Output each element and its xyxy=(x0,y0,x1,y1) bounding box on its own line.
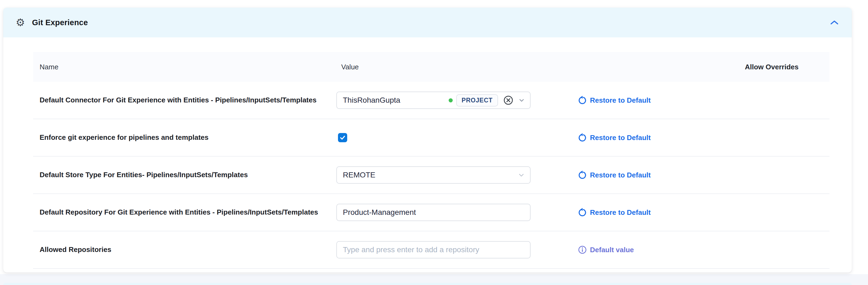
default-connector-combobox[interactable]: ThisRohanGupta PROJECT xyxy=(336,92,531,109)
connector-value: ThisRohanGupta xyxy=(343,96,400,105)
table-row: Default Repository For Git Experience wi… xyxy=(33,194,830,231)
restore-icon xyxy=(578,96,587,105)
restore-to-default-button[interactable]: Restore to Default xyxy=(578,170,651,180)
circle-x-icon[interactable] xyxy=(503,95,514,106)
restore-to-default-button[interactable]: Restore to Default xyxy=(578,96,651,105)
chevron-up-icon[interactable] xyxy=(830,20,839,25)
column-header-allow-overrides: Allow Overrides xyxy=(714,63,830,71)
gear-icon: ⚙ xyxy=(16,17,25,28)
table-header-row: Name Value Allow Overrides xyxy=(33,52,830,82)
restore-icon xyxy=(578,208,587,217)
setting-name-label: Default Repository For Git Experience wi… xyxy=(33,208,332,217)
table-row: Enforce git experience for pipelines and… xyxy=(33,119,830,156)
chevron-down-icon xyxy=(518,171,525,179)
checkmark-icon xyxy=(339,134,346,141)
setting-name-label: Default Store Type For Entities- Pipelin… xyxy=(33,170,332,180)
column-header-value: Value xyxy=(332,63,573,71)
restore-icon xyxy=(578,170,587,180)
chevron-down-icon[interactable] xyxy=(518,97,525,104)
enforce-git-experience-checkbox[interactable] xyxy=(338,133,347,142)
scope-badge: PROJECT xyxy=(456,94,498,106)
default-repository-input[interactable] xyxy=(336,204,531,221)
info-icon xyxy=(578,245,587,254)
column-header-name: Name xyxy=(33,63,332,71)
settings-table: Name Value Allow Overrides Default Conne… xyxy=(33,52,830,269)
setting-name-label: Enforce git experience for pipelines and… xyxy=(33,133,332,142)
table-row: Default Connector For Git Experience wit… xyxy=(33,82,830,119)
restore-icon xyxy=(578,133,587,142)
table-row: Allowed Repositories Default value xyxy=(33,231,830,269)
restore-to-default-button[interactable]: Restore to Default xyxy=(578,208,651,217)
connector-status-dot xyxy=(448,98,453,102)
git-experience-accordion-header[interactable]: ⚙ Git Experience xyxy=(3,8,852,37)
store-type-value: REMOTE xyxy=(343,171,375,179)
setting-name-label: Default Connector For Git Experience wit… xyxy=(33,95,332,105)
git-experience-settings-panel: ⚙ Git Experience Name Value Allow Overri… xyxy=(3,8,852,273)
table-row: Default Store Type For Entities- Pipelin… xyxy=(33,156,830,194)
default-value-indicator[interactable]: Default value xyxy=(578,245,634,254)
allowed-repositories-input[interactable] xyxy=(336,241,531,258)
panel-title: Git Experience xyxy=(32,18,88,27)
restore-to-default-button[interactable]: Restore to Default xyxy=(578,133,651,142)
default-store-type-select[interactable]: REMOTE xyxy=(336,166,531,184)
next-section-header-edge xyxy=(3,283,852,285)
setting-name-label: Allowed Repositories xyxy=(33,245,332,254)
